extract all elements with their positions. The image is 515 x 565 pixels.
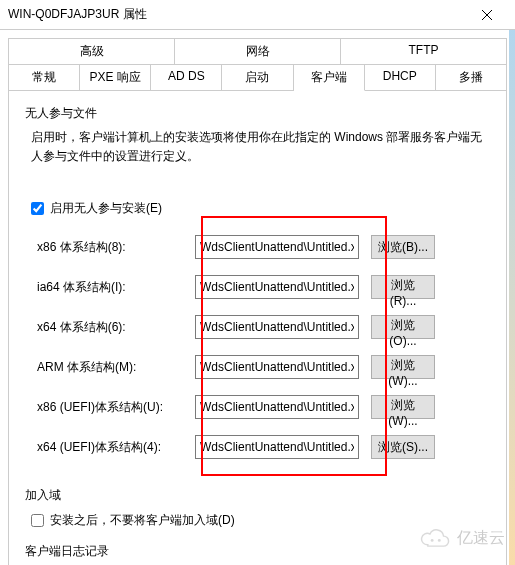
join-domain-label: 安装之后，不要将客户端加入域(D) — [50, 512, 235, 529]
group-unattend-desc: 启用时，客户端计算机上的安装选项将使用你在此指定的 Windows 部署服务客户… — [31, 128, 490, 166]
watermark: 亿速云 — [417, 528, 505, 549]
architecture-table: x86 体系结构(8): 浏览(B)... ia64 体系结构(I): 浏览(R… — [37, 227, 490, 467]
tab-row-top: 高级 网络 TFTP — [8, 38, 507, 64]
window-edge-gradient — [509, 30, 515, 565]
svg-point-2 — [431, 539, 434, 542]
tab-advanced[interactable]: 高级 — [8, 38, 175, 64]
arch-input-x86uefi[interactable] — [195, 395, 359, 419]
tab-adds[interactable]: AD DS — [151, 64, 222, 91]
arch-row-x86: x86 体系结构(8): 浏览(B)... — [37, 227, 490, 267]
arch-input-arm[interactable] — [195, 355, 359, 379]
group-join-domain: 加入域 安装之后，不要将客户端加入域(D) — [25, 487, 490, 529]
join-domain-checkbox[interactable] — [31, 514, 44, 527]
tab-network[interactable]: 网络 — [175, 38, 341, 64]
arch-input-x64uefi[interactable] — [195, 435, 359, 459]
arch-label: x64 体系结构(6): — [37, 319, 195, 336]
arch-label: x86 (UEFI)体系结构(U): — [37, 399, 195, 416]
tab-multicast[interactable]: 多播 — [436, 64, 507, 91]
browse-button-x86uefi[interactable]: 浏览(W)... — [371, 395, 435, 419]
enable-unattend-checkbox[interactable] — [31, 202, 44, 215]
arch-row-x64: x64 体系结构(6): 浏览(O)... — [37, 307, 490, 347]
tab-pxe[interactable]: PXE 响应 — [80, 64, 151, 91]
browse-button-x64uefi[interactable]: 浏览(S)... — [371, 435, 435, 459]
group-join-title: 加入域 — [25, 487, 490, 504]
arch-input-x86[interactable] — [195, 235, 359, 259]
group-unattend-title: 无人参与文件 — [25, 105, 490, 122]
titlebar: WIN-Q0DFJAJP3UR 属性 — [0, 0, 515, 30]
tab-client[interactable]: 客户端 — [294, 64, 365, 91]
browse-button-arm[interactable]: 浏览(W)... — [371, 355, 435, 379]
close-button[interactable] — [467, 0, 507, 30]
browse-button-ia64[interactable]: 浏览(R)... — [371, 275, 435, 299]
arch-row-arm: ARM 体系结构(M): 浏览(W)... — [37, 347, 490, 387]
tab-tftp[interactable]: TFTP — [341, 38, 507, 64]
tab-dhcp[interactable]: DHCP — [365, 64, 436, 91]
tab-container: 高级 网络 TFTP 常规 PXE 响应 AD DS 启动 客户端 DHCP 多… — [0, 30, 515, 91]
browse-button-x64[interactable]: 浏览(O)... — [371, 315, 435, 339]
tab-boot[interactable]: 启动 — [222, 64, 293, 91]
arch-label: x86 体系结构(8): — [37, 239, 195, 256]
tab-row-bottom: 常规 PXE 响应 AD DS 启动 客户端 DHCP 多播 — [8, 64, 507, 91]
arch-label: ARM 体系结构(M): — [37, 359, 195, 376]
enable-unattend-label: 启用无人参与安装(E) — [50, 200, 162, 217]
arch-row-x86uefi: x86 (UEFI)体系结构(U): 浏览(W)... — [37, 387, 490, 427]
cloud-icon — [417, 529, 453, 549]
arch-input-x64[interactable] — [195, 315, 359, 339]
join-domain-row[interactable]: 安装之后，不要将客户端加入域(D) — [31, 512, 490, 529]
arch-row-x64uefi: x64 (UEFI)体系结构(4): 浏览(S)... — [37, 427, 490, 467]
enable-unattend-row[interactable]: 启用无人参与安装(E) — [31, 200, 490, 217]
watermark-text: 亿速云 — [457, 528, 505, 549]
group-unattend: 无人参与文件 启用时，客户端计算机上的安装选项将使用你在此指定的 Windows… — [25, 105, 490, 467]
arch-label: x64 (UEFI)体系结构(4): — [37, 439, 195, 456]
window-title: WIN-Q0DFJAJP3UR 属性 — [8, 6, 467, 23]
arch-input-ia64[interactable] — [195, 275, 359, 299]
tab-content: 无人参与文件 启用时，客户端计算机上的安装选项将使用你在此指定的 Windows… — [8, 91, 507, 565]
browse-button-x86[interactable]: 浏览(B)... — [371, 235, 435, 259]
arch-label: ia64 体系结构(I): — [37, 279, 195, 296]
arch-row-ia64: ia64 体系结构(I): 浏览(R)... — [37, 267, 490, 307]
tab-general[interactable]: 常规 — [8, 64, 80, 91]
close-icon — [482, 10, 492, 20]
svg-point-3 — [438, 539, 441, 542]
